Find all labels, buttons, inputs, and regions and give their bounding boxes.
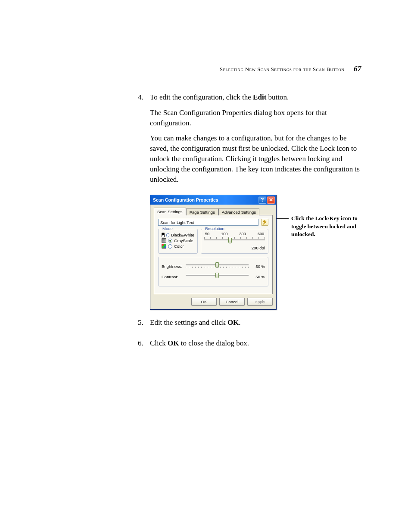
- scan-config-dialog: Scan Configuration Properties ? ✕ Scan S…: [150, 195, 277, 310]
- contrast-value: 50 %: [252, 274, 265, 279]
- tab-page-settings[interactable]: Page Settings: [186, 208, 218, 215]
- config-name-input[interactable]: [158, 219, 258, 226]
- contrast-label: Contrast:: [162, 274, 182, 279]
- tab-scan-settings[interactable]: Scan Settings: [154, 208, 186, 215]
- color-icon: [162, 244, 166, 249]
- tick-100: 100: [221, 232, 227, 236]
- mode-color-label: Color: [174, 244, 184, 249]
- step4-line1-pre: To edit the configuration, click the: [150, 93, 253, 101]
- close-button[interactable]: ✕: [267, 196, 275, 204]
- brightness-contrast-group: Brightness: 50 % Contrast:: [158, 257, 268, 286]
- tick-300: 300: [240, 232, 246, 236]
- grayscale-icon: [162, 238, 166, 243]
- step6-ok-bold: OK: [168, 339, 179, 347]
- step5-post: .: [239, 318, 240, 327]
- ok-button[interactable]: OK: [191, 298, 217, 306]
- brightness-value: 50 %: [252, 264, 265, 269]
- step6-post: to close the dialog box.: [179, 339, 249, 347]
- brightness-label: Brightness:: [162, 264, 182, 269]
- step5-ok-bold: OK: [227, 318, 239, 327]
- step-5: 5. Edit the settings and click OK.: [138, 317, 361, 333]
- brightness-slider[interactable]: [186, 262, 249, 270]
- callout-text: Click the Lock/Key icon to toggle betwee…: [291, 215, 360, 238]
- tick-600: 600: [258, 232, 264, 236]
- callout-connector: [277, 218, 289, 219]
- mode-legend: Mode: [161, 226, 174, 231]
- resolution-value: 200 dpi: [204, 246, 265, 250]
- cancel-button[interactable]: Cancel: [219, 298, 245, 306]
- step4-p3: You can make changes to a configuration,…: [150, 133, 361, 184]
- lock-key-icon[interactable]: [261, 219, 268, 226]
- radio-color[interactable]: [168, 244, 172, 249]
- step4-edit-bold: Edit: [253, 93, 266, 101]
- running-header: Selecting New Scan Settings for the Scan…: [52, 65, 361, 73]
- step4-line1-post: button.: [266, 93, 289, 101]
- radio-bw[interactable]: [166, 233, 169, 237]
- step-6-number: 6.: [138, 338, 150, 354]
- step-5-number: 5.: [138, 317, 150, 333]
- contrast-slider[interactable]: [186, 273, 249, 280]
- mode-bw-label: Black&White: [171, 233, 194, 237]
- step-4-number: 4.: [138, 92, 150, 190]
- resolution-group: Resolution 50 100 300 600: [201, 229, 268, 254]
- header-title: Selecting New Scan Settings for the Scan…: [220, 66, 344, 72]
- page-number: 67: [354, 65, 361, 73]
- apply-button: Apply: [247, 298, 273, 306]
- tab-advanced-settings[interactable]: Advanced Settings: [218, 208, 259, 215]
- dialog-titlebar: Scan Configuration Properties ? ✕: [150, 195, 276, 205]
- step4-p2: The Scan Configuration Properties dialog…: [150, 108, 361, 128]
- mode-gray-label: GrayScale: [174, 238, 193, 243]
- radio-grayscale[interactable]: [168, 239, 172, 243]
- help-button[interactable]: ?: [258, 196, 266, 204]
- resolution-legend: Resolution: [204, 226, 226, 231]
- step-4: 4. To edit the configuration, click the …: [138, 92, 361, 190]
- step6-pre: Click: [150, 339, 168, 347]
- tick-50: 50: [205, 232, 209, 236]
- step-6: 6. Click OK to close the dialog box.: [138, 338, 361, 354]
- resolution-slider[interactable]: [204, 237, 265, 243]
- step5-pre: Edit the settings and click: [150, 318, 227, 327]
- bw-icon: [162, 233, 165, 237]
- mode-group: Mode Black&White GrayScale: [158, 229, 198, 254]
- dialog-title: Scan Configuration Properties: [153, 197, 218, 202]
